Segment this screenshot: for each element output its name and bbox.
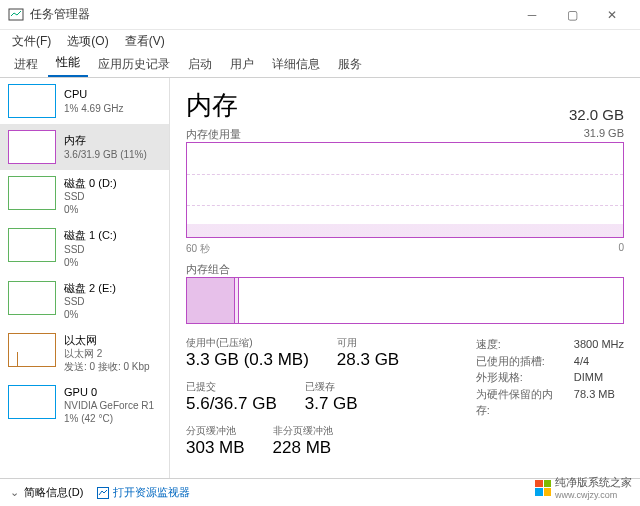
sidebar-sub2: 0% [64,308,116,321]
sidebar-sub: 1% 4.69 GHz [64,102,123,115]
commit-label: 已提交 [186,380,277,394]
paged-value: 303 MB [186,438,245,458]
menubar: 文件(F) 选项(O) 查看(V) [0,30,640,52]
cached-value: 3.7 GB [305,394,358,414]
sidebar-item-disk2[interactable]: 磁盘 2 (E:) SSD 0% [0,275,169,327]
sidebar-sub2: 0% [64,256,117,269]
sidebar-sub2: 0% [64,203,117,216]
hwres-key: 为硬件保留的内存: [476,386,566,419]
nonpaged-label: 非分页缓冲池 [273,424,333,438]
ethernet-thumb-icon [8,333,56,367]
sidebar-sub: 3.6/31.9 GB (11%) [64,148,147,161]
compose-free-seg [239,278,623,323]
sidebar-item-gpu[interactable]: GPU 0 NVIDIA GeForce R1 1% (42 °C) [0,379,169,431]
slots-val: 4/4 [574,353,589,370]
watermark-text: 纯净版系统之家 [555,475,632,490]
menu-options[interactable]: 选项(O) [61,31,114,52]
paged-label: 分页缓冲池 [186,424,245,438]
avail-label: 可用 [337,336,399,350]
avail-value: 28.3 GB [337,350,399,370]
svg-rect-1 [98,487,109,498]
used-label: 使用中(已压缩) [186,336,309,350]
menu-file[interactable]: 文件(F) [6,31,57,52]
sidebar-item-disk0[interactable]: 磁盘 0 (D:) SSD 0% [0,170,169,222]
form-val: DIMM [574,369,603,386]
sidebar-label: 内存 [64,133,147,147]
disk-thumb-icon [8,281,56,315]
sidebar-label: 磁盘 1 (C:) [64,228,117,242]
disk-thumb-icon [8,176,56,210]
open-resmon-link[interactable]: 打开资源监视器 [97,485,190,500]
sidebar-sub: SSD [64,190,117,203]
page-title: 内存 [186,88,238,123]
window-title: 任务管理器 [30,6,512,23]
usage-label: 内存使用量 [186,127,241,142]
main-panel: 内存 32.0 GB 内存使用量 31.9 GB 60 秒 0 内存组合 使用中… [170,78,640,478]
sidebar-sub2: 发送: 0 接收: 0 Kbp [64,360,150,373]
compose-label: 内存组合 [186,262,230,277]
sidebar-label: 磁盘 0 (D:) [64,176,117,190]
tab-history[interactable]: 应用历史记录 [90,52,178,77]
tab-performance[interactable]: 性能 [48,50,88,77]
speed-val: 3800 MHz [574,336,624,353]
tab-startup[interactable]: 启动 [180,52,220,77]
cpu-thumb-icon [8,84,56,118]
cached-label: 已缓存 [305,380,358,394]
chevron-down-icon: ⌄ [10,486,19,498]
fewer-details-button[interactable]: ⌄ 简略信息(D) [10,485,83,500]
hwres-val: 78.3 MB [574,386,615,419]
commit-value: 5.6/36.7 GB [186,394,277,414]
app-icon [8,7,24,23]
info-table: 速度:3800 MHz 已使用的插槽:4/4 外形规格:DIMM 为硬件保留的内… [476,336,624,468]
form-key: 外形规格: [476,369,566,386]
gpu-thumb-icon [8,385,56,419]
windows-logo-icon [535,480,551,496]
compose-used-seg [187,278,235,323]
sidebar-item-cpu[interactable]: CPU 1% 4.69 GHz [0,78,169,124]
memory-composition-chart[interactable] [186,277,624,324]
sidebar-item-ethernet[interactable]: 以太网 以太网 2 发送: 0 接收: 0 Kbp [0,327,169,379]
tab-details[interactable]: 详细信息 [264,52,328,77]
slots-key: 已使用的插槽: [476,353,566,370]
time-axis-left: 60 秒 [186,242,210,256]
tab-services[interactable]: 服务 [330,52,370,77]
sidebar-label: GPU 0 [64,385,154,399]
window-controls: ─ ▢ ✕ [512,1,632,29]
disk-thumb-icon [8,228,56,262]
content: CPU 1% 4.69 GHz 内存 3.6/31.9 GB (11%) 磁盘 … [0,78,640,478]
sidebar-sub: SSD [64,295,116,308]
usage-max: 31.9 GB [584,127,624,142]
memory-total: 32.0 GB [569,106,624,123]
tab-users[interactable]: 用户 [222,52,262,77]
nonpaged-value: 228 MB [273,438,333,458]
sidebar-item-memory[interactable]: 内存 3.6/31.9 GB (11%) [0,124,169,170]
maximize-button[interactable]: ▢ [552,1,592,29]
sidebar-label: 以太网 [64,333,150,347]
memory-usage-chart[interactable] [186,142,624,238]
sidebar-sub: NVIDIA GeForce R1 [64,399,154,412]
sidebar: CPU 1% 4.69 GHz 内存 3.6/31.9 GB (11%) 磁盘 … [0,78,170,478]
titlebar: 任务管理器 ─ ▢ ✕ [0,0,640,30]
sidebar-sub: SSD [64,243,117,256]
speed-key: 速度: [476,336,566,353]
tab-processes[interactable]: 进程 [6,52,46,77]
memory-thumb-icon [8,130,56,164]
sidebar-item-disk1[interactable]: 磁盘 1 (C:) SSD 0% [0,222,169,274]
sidebar-sub2: 1% (42 °C) [64,412,154,425]
minimize-button[interactable]: ─ [512,1,552,29]
time-axis-right: 0 [618,242,624,256]
watermark: 纯净版系统之家 www.cwjzy.com [535,475,632,500]
sidebar-label: 磁盘 2 (E:) [64,281,116,295]
sidebar-label: CPU [64,87,123,101]
used-value: 3.3 GB (0.3 MB) [186,350,309,370]
sidebar-sub: 以太网 2 [64,347,150,360]
close-button[interactable]: ✕ [592,1,632,29]
tabbar: 进程 性能 应用历史记录 启动 用户 详细信息 服务 [0,52,640,78]
menu-view[interactable]: 查看(V) [119,31,171,52]
resmon-icon [97,487,109,499]
watermark-url: www.cwjzy.com [555,490,632,500]
